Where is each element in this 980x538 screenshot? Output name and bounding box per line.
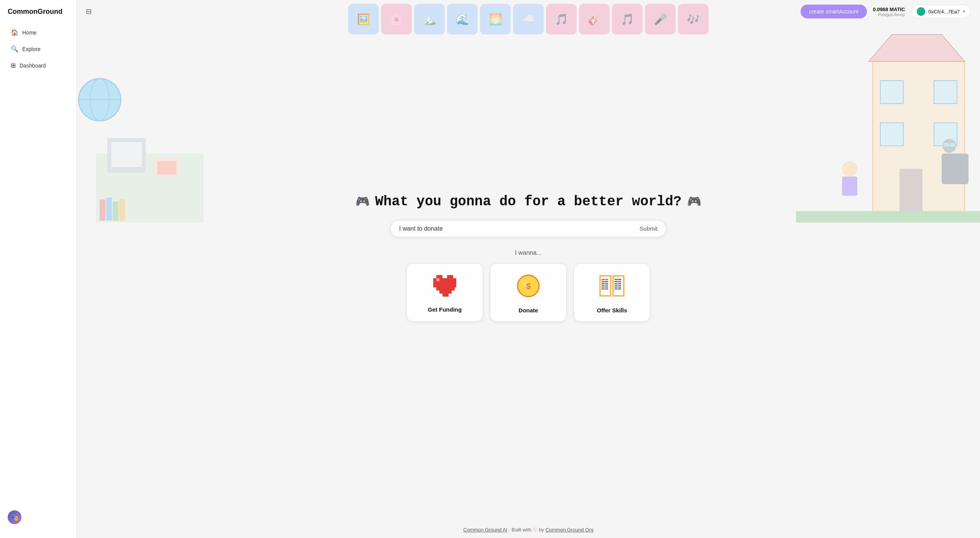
main-area: 🖼️ 🌸 🏔️ 🌊 🌅 ☁️ 🎵 🎸 🎵 🎤 🎶 [77,0,980,538]
svg-rect-33 [442,278,446,281]
wallet-address-button[interactable]: 🌐 0xCfc4...7Ea7 ▾ [911,5,971,18]
header-right: create smartAccount 0.0968 MATIC Polygon… [801,5,971,18]
svg-rect-80 [605,285,608,286]
svg-rect-40 [439,281,442,284]
svg-rect-86 [615,281,618,282]
dashboard-icon: ⊞ [11,62,16,69]
get-funding-card[interactable]: Get Funding [406,263,483,322]
create-smart-account-button[interactable]: create smartAccount [801,5,867,18]
title-icon-left: 🎮 [355,195,370,209]
wanna-label: I wanna... [515,249,541,256]
svg-rect-70 [613,276,624,296]
svg-rect-58 [449,287,452,290]
footer: Common Ground AI · Built with ♡ by Commo… [77,527,980,533]
sidebar-logo: CommonGround [0,8,76,25]
svg-rect-84 [605,279,608,280]
footer-built-with: · Built with [509,527,533,533]
footer-link-common-ground-ai[interactable]: Common Ground AI [463,527,507,533]
svg-rect-44 [452,281,455,284]
svg-rect-39 [436,281,439,284]
svg-rect-59 [452,287,455,290]
footer-heart-icon: ♡ [533,527,538,533]
svg-rect-94 [618,285,621,286]
svg-rect-90 [615,289,618,289]
svg-rect-42 [446,281,449,284]
svg-rect-45 [455,281,456,284]
svg-rect-54 [436,287,439,290]
search-input[interactable] [399,225,640,232]
svg-rect-64 [442,294,446,297]
sidebar-item-dashboard-label: Dashboard [20,63,46,69]
sidebar-nav: 🏠 Home 🔍 Explore ⊞ Dashboard [0,25,76,73]
svg-rect-85 [615,279,618,280]
svg-rect-61 [442,290,446,294]
heart-icon [433,275,456,300]
svg-rect-60 [439,290,442,294]
svg-rect-41 [442,281,446,284]
svg-rect-75 [602,287,605,287]
svg-rect-87 [615,283,618,284]
sidebar-bottom: 🎭 [0,504,76,530]
panel-toggle-button[interactable]: ⊟ [86,7,92,16]
svg-rect-50 [446,284,449,287]
explore-icon: 🔍 [11,45,18,53]
svg-rect-38 [433,281,436,284]
sidebar-item-dashboard[interactable]: ⊞ Dashboard [3,58,73,73]
wallet-address-text: 0xCfc4...7Ea7 [928,9,960,15]
user-avatar[interactable]: 🎭 [8,510,21,524]
svg-rect-46 [433,284,436,287]
svg-rect-78 [605,281,608,282]
search-bar: Submit [390,220,666,237]
sidebar: CommonGround 🏠 Home 🔍 Explore ⊞ Dashboar… [0,0,77,538]
svg-text:$: $ [526,281,531,291]
header-left: ⊟ [86,7,92,16]
footer-link-common-ground-org[interactable]: Common Ground Org [546,527,594,533]
svg-rect-91 [618,279,621,280]
svg-rect-35 [449,278,452,281]
svg-rect-63 [449,290,452,294]
sidebar-item-home-label: Home [22,30,36,36]
main-title-text: What you gonna do for a better world? [375,194,681,210]
sidebar-item-explore[interactable]: 🔍 Explore [3,41,73,56]
main-title: 🎮 What you gonna do for a better world? … [355,194,701,210]
sidebar-item-home[interactable]: 🏠 Home [3,25,73,40]
donate-card[interactable]: $ Donate [490,263,567,322]
wallet-info: 0.0968 MATIC Polygon Amoy [873,7,905,17]
svg-rect-79 [605,283,608,284]
svg-rect-55 [439,287,442,290]
svg-rect-89 [615,287,618,287]
svg-rect-31 [436,278,439,281]
svg-rect-43 [449,281,452,284]
svg-rect-82 [605,289,608,289]
offer-skills-label: Offer Skills [597,307,627,314]
sidebar-item-explore-label: Explore [22,46,40,52]
offer-skills-card[interactable]: Offer Skills [574,263,650,322]
svg-rect-62 [446,290,449,294]
svg-rect-81 [605,287,608,287]
svg-rect-96 [618,289,621,289]
coin-icon: $ [517,274,540,301]
footer-by: by [539,527,545,533]
svg-rect-51 [449,284,452,287]
svg-rect-65 [446,294,449,297]
svg-rect-72 [602,281,605,282]
svg-rect-32 [439,278,442,281]
wallet-globe-icon: 🌐 [917,7,925,16]
svg-rect-28 [447,275,450,278]
svg-rect-83 [602,279,605,280]
svg-rect-27 [439,275,442,278]
header: ⊟ create smartAccount 0.0968 MATIC Polyg… [77,0,980,23]
chevron-down-icon: ▾ [963,9,965,14]
wallet-balance: 0.0968 MATIC [873,7,905,12]
svg-rect-74 [602,285,605,286]
book-icon [599,274,625,301]
svg-rect-76 [602,289,605,289]
wallet-network: Polygon Amoy [878,12,905,17]
svg-rect-36 [452,278,455,281]
submit-button[interactable]: Submit [640,225,658,232]
donate-label: Donate [519,307,538,314]
svg-rect-88 [615,285,618,286]
svg-rect-37 [455,278,456,281]
svg-rect-48 [439,284,442,287]
svg-rect-69 [600,276,611,296]
